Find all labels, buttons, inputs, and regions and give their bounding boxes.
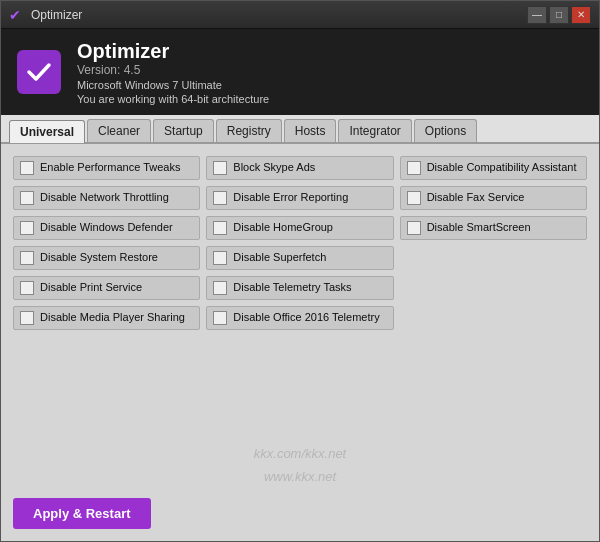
apply-restart-button[interactable]: Apply & Restart [13,498,151,529]
checkbox-superfetch[interactable] [213,251,227,265]
checkbox-smartscreen[interactable] [407,221,421,235]
tab-universal[interactable]: Universal [9,120,85,143]
label-telemetry: Disable Telemetry Tasks [233,281,351,294]
label-superfetch: Disable Superfetch [233,251,326,264]
label-defender: Disable Windows Defender [40,221,173,234]
main-window: ✔ Optimizer — □ ✕ Optimizer Version: 4.5… [0,0,600,542]
label-perf-tweaks: Enable Performance Tweaks [40,161,180,174]
col2: Block Skype Ads Disable Error Reporting … [206,156,393,442]
col3: Disable Compatibility Assistant Disable … [400,156,587,442]
tab-cleaner[interactable]: Cleaner [87,119,151,142]
tab-registry[interactable]: Registry [216,119,282,142]
checkbox-homegroup[interactable] [213,221,227,235]
checkbox-perf-tweaks[interactable] [20,161,34,175]
option-net-throttle[interactable]: Disable Network Throttling [13,186,200,210]
checkbox-print-svc[interactable] [20,281,34,295]
label-sys-restore: Disable System Restore [40,251,158,264]
option-sys-restore[interactable]: Disable System Restore [13,246,200,270]
label-print-svc: Disable Print Service [40,281,142,294]
label-fax-svc: Disable Fax Service [427,191,525,204]
logo-icon [17,50,61,94]
sys-info-line2: You are working with 64-bit architecture [77,93,269,105]
option-error-report[interactable]: Disable Error Reporting [206,186,393,210]
label-homegroup: Disable HomeGroup [233,221,333,234]
option-smartscreen[interactable]: Disable SmartScreen [400,216,587,240]
tab-startup[interactable]: Startup [153,119,214,142]
options-grid: Enable Performance Tweaks Disable Networ… [13,156,587,442]
watermark-line2: www.kkx.net [13,469,587,484]
minimize-button[interactable]: — [527,6,547,24]
option-compat-asst[interactable]: Disable Compatibility Assistant [400,156,587,180]
option-defender[interactable]: Disable Windows Defender [13,216,200,240]
sys-info-line1: Microsoft Windows 7 Ultimate [77,79,269,91]
checkbox-skype-ads[interactable] [213,161,227,175]
tab-options[interactable]: Options [414,119,477,142]
watermark-line1: kkx.com/kkx.net [13,446,587,461]
option-media-sharing[interactable]: Disable Media Player Sharing [13,306,200,330]
close-button[interactable]: ✕ [571,6,591,24]
col1: Enable Performance Tweaks Disable Networ… [13,156,200,442]
option-fax-svc[interactable]: Disable Fax Service [400,186,587,210]
app-header: Optimizer Version: 4.5 Microsoft Windows… [1,29,599,115]
app-name: Optimizer [77,39,269,63]
tab-bar: Universal Cleaner Startup Registry Hosts… [1,115,599,144]
checkbox-sys-restore[interactable] [20,251,34,265]
tab-hosts[interactable]: Hosts [284,119,337,142]
tab-integrator[interactable]: Integrator [338,119,411,142]
checkbox-error-report[interactable] [213,191,227,205]
window-title: Optimizer [31,8,82,22]
option-office-telem[interactable]: Disable Office 2016 Telemetry [206,306,393,330]
option-homegroup[interactable]: Disable HomeGroup [206,216,393,240]
title-bar: ✔ Optimizer — □ ✕ [1,1,599,29]
label-skype-ads: Block Skype Ads [233,161,315,174]
option-superfetch[interactable]: Disable Superfetch [206,246,393,270]
label-media-sharing: Disable Media Player Sharing [40,311,185,324]
option-skype-ads[interactable]: Block Skype Ads [206,156,393,180]
checkbox-defender[interactable] [20,221,34,235]
app-icon: ✔ [9,7,25,23]
window-controls: — □ ✕ [527,6,591,24]
title-bar-left: ✔ Optimizer [9,7,82,23]
checkbox-fax-svc[interactable] [407,191,421,205]
checkbox-media-sharing[interactable] [20,311,34,325]
option-perf-tweaks[interactable]: Enable Performance Tweaks [13,156,200,180]
app-info: Optimizer Version: 4.5 Microsoft Windows… [77,39,269,105]
checkbox-office-telem[interactable] [213,311,227,325]
app-version: Version: 4.5 [77,63,269,77]
checkbox-net-throttle[interactable] [20,191,34,205]
checkbox-compat-asst[interactable] [407,161,421,175]
main-content: Enable Performance Tweaks Disable Networ… [1,144,599,541]
label-smartscreen: Disable SmartScreen [427,221,531,234]
maximize-button[interactable]: □ [549,6,569,24]
label-office-telem: Disable Office 2016 Telemetry [233,311,379,324]
option-telemetry[interactable]: Disable Telemetry Tasks [206,276,393,300]
bottom-area: Apply & Restart [13,498,587,529]
label-error-report: Disable Error Reporting [233,191,348,204]
label-compat-asst: Disable Compatibility Assistant [427,161,577,174]
option-print-svc[interactable]: Disable Print Service [13,276,200,300]
checkbox-telemetry[interactable] [213,281,227,295]
label-net-throttle: Disable Network Throttling [40,191,169,204]
